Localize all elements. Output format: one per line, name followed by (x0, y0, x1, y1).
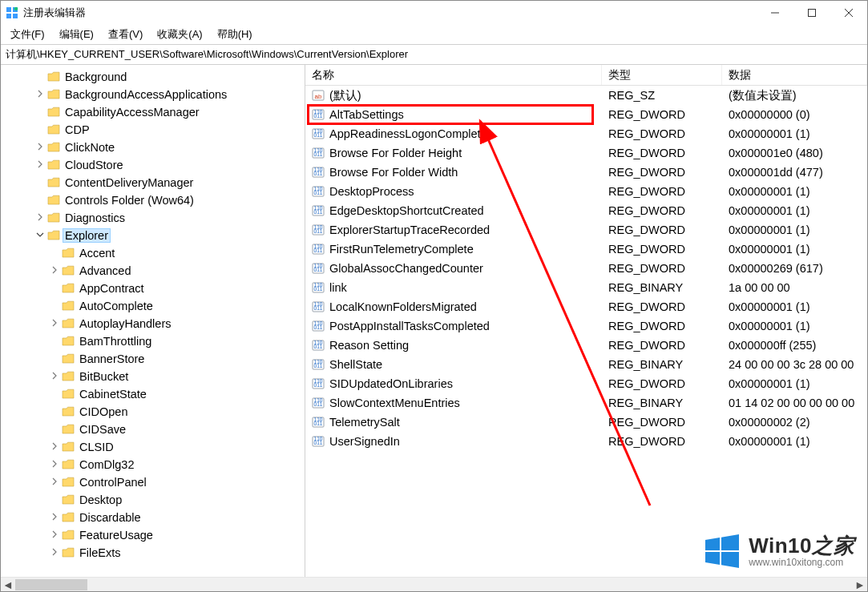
address-bar[interactable]: 计算机\HKEY_CURRENT_USER\Software\Microsoft… (1, 44, 867, 65)
watermark-url: www.win10xitong.com (749, 558, 854, 568)
chevron-right-icon[interactable] (49, 530, 60, 541)
scroll-right-icon[interactable]: ► (853, 578, 867, 592)
tree-horizontal-scrollbar[interactable]: ◄ ► (1, 577, 867, 591)
minimize-button[interactable] (757, 1, 793, 25)
tree-item[interactable]: CLSID (1, 438, 305, 456)
column-name[interactable]: 名称 (305, 65, 602, 85)
scroll-left-icon[interactable]: ◄ (1, 578, 15, 592)
value-row[interactable]: 011110LocalKnownFoldersMigratedREG_DWORD… (305, 297, 867, 316)
tree-item[interactable]: BackgroundAccessApplications (1, 86, 305, 103)
tree-item-label: AutoplayHandlers (78, 317, 172, 330)
value-row[interactable]: 011110ExplorerStartupTraceRecordedREG_DW… (305, 220, 867, 240)
tree-item[interactable]: Controls Folder (Wow64) (1, 191, 305, 209)
scroll-thumb[interactable] (15, 579, 87, 590)
binary-value-icon: 011110 (312, 147, 325, 159)
value-row[interactable]: 011110FirstRunTelemetryCompleteREG_DWORD… (305, 240, 867, 259)
tree-item[interactable]: CIDOpen (1, 403, 305, 421)
column-type[interactable]: 类型 (602, 65, 722, 85)
chevron-right-icon[interactable] (49, 441, 60, 453)
chevron-down-icon[interactable] (34, 230, 46, 241)
chevron-right-icon[interactable] (49, 265, 60, 276)
tree-item[interactable]: ContentDeliveryManager (1, 174, 305, 191)
tree-item[interactable]: Desktop (1, 491, 305, 509)
value-row[interactable]: 011110SIDUpdatedOnLibrariesREG_DWORD0x00… (305, 374, 867, 393)
value-row[interactable]: ab(默认)REG_SZ(数值未设置) (305, 86, 867, 105)
chevron-right-icon[interactable] (34, 142, 46, 153)
tree-item[interactable]: ControlPanel (1, 473, 305, 491)
tree-item[interactable]: Explorer (1, 227, 305, 244)
tree-item[interactable]: CabinetState (1, 385, 305, 403)
tree-item-label: CDP (63, 123, 91, 136)
tree-item[interactable]: CDP (1, 121, 305, 139)
value-row[interactable]: 011110PostAppInstallTasksCompletedREG_DW… (305, 316, 867, 336)
value-row[interactable]: 011110ShellStateREG_BINARY24 00 00 00 3c… (305, 355, 867, 374)
tree-item[interactable]: ComDlg32 (1, 456, 305, 473)
chevron-right-icon[interactable] (34, 212, 46, 224)
value-type: REG_DWORD (602, 127, 722, 140)
chevron-right-icon[interactable] (49, 459, 60, 470)
value-name: Browse For Folder Height (329, 147, 462, 159)
values-pane: 名称 类型 数据 ab(默认)REG_SZ(数值未设置)011110AltTab… (305, 65, 867, 577)
tree-pane[interactable]: BackgroundBackgroundAccessApplicationsCa… (1, 65, 305, 577)
folder-icon (62, 336, 75, 347)
folder-icon (47, 159, 60, 171)
tree-item[interactable]: FileExts (1, 544, 305, 562)
menu-favorites[interactable]: 收藏夹(A) (154, 26, 205, 43)
tree-item[interactable]: Advanced (1, 262, 305, 280)
value-row[interactable]: 011110Browse For Folder HeightREG_DWORD0… (305, 143, 867, 163)
tree-item[interactable]: Background (1, 68, 305, 86)
value-row[interactable]: 011110AltTabSettingsREG_DWORD0x00000000 … (305, 105, 867, 124)
folder-icon (62, 477, 75, 488)
menu-view[interactable]: 查看(V) (105, 26, 146, 43)
value-data: 0x00000002 (2) (722, 416, 867, 429)
chevron-right-icon[interactable] (49, 477, 60, 488)
column-data[interactable]: 数据 (722, 65, 867, 85)
value-row[interactable]: 011110TelemetrySaltREG_DWORD0x00000002 (… (305, 413, 867, 432)
tree-item[interactable]: CloudStore (1, 156, 305, 174)
value-name: FirstRunTelemetryComplete (329, 243, 474, 256)
tree-item[interactable]: BitBucket (1, 368, 305, 385)
value-data: 01 14 02 00 00 00 00 00 (722, 397, 867, 409)
maximize-button[interactable] (793, 1, 830, 25)
value-row[interactable]: 011110UserSignedInREG_DWORD0x00000001 (1… (305, 432, 867, 451)
tree-item[interactable]: AutoComplete (1, 297, 305, 315)
tree-item[interactable]: AutoplayHandlers (1, 315, 305, 332)
value-row[interactable]: 011110linkREG_BINARY1a 00 00 00 (305, 278, 867, 297)
svg-text:011110: 011110 (314, 378, 323, 388)
tree-item[interactable]: Discardable (1, 509, 305, 526)
tree-item[interactable]: AppContract (1, 280, 305, 297)
chevron-right-icon[interactable] (49, 512, 60, 523)
value-row[interactable]: 011110AppReadinessLogonCompleteREG_DWORD… (305, 124, 867, 143)
tree-item[interactable]: CIDSave (1, 421, 305, 438)
chevron-right-icon[interactable] (49, 371, 60, 382)
value-row[interactable]: 011110EdgeDesktopShortcutCreatedREG_DWOR… (305, 201, 867, 220)
value-row[interactable]: 011110GlobalAssocChangedCounterREG_DWORD… (305, 259, 867, 278)
svg-text:011110: 011110 (314, 224, 323, 234)
values-list[interactable]: ab(默认)REG_SZ(数值未设置)011110AltTabSettingsR… (305, 86, 867, 577)
menu-edit[interactable]: 编辑(E) (56, 26, 97, 43)
scroll-track[interactable] (15, 578, 853, 592)
value-row[interactable]: 011110Browse For Folder WidthREG_DWORD0x… (305, 163, 867, 182)
chevron-right-icon[interactable] (34, 159, 46, 171)
value-row[interactable]: 011110SlowContextMenuEntriesREG_BINARY01… (305, 393, 867, 413)
tree-item[interactable]: BamThrottling (1, 332, 305, 350)
tree-item[interactable]: Diagnostics (1, 209, 305, 227)
value-row[interactable]: 011110DesktopProcessREG_DWORD0x00000001 … (305, 182, 867, 201)
tree-item[interactable]: Accent (1, 244, 305, 262)
value-data: 24 00 00 00 3c 28 00 00 (722, 358, 867, 371)
tree-item[interactable]: ClickNote (1, 139, 305, 156)
menu-file[interactable]: 文件(F) (7, 26, 48, 43)
close-button[interactable] (830, 1, 867, 25)
tree-item[interactable]: BannerStore (1, 350, 305, 368)
tree-item[interactable]: CapabilityAccessManager (1, 103, 305, 121)
value-type: REG_DWORD (602, 320, 722, 332)
tree-item[interactable]: FeatureUsage (1, 526, 305, 544)
chevron-right-icon[interactable] (49, 547, 60, 558)
value-name: EdgeDesktopShortcutCreated (329, 204, 484, 217)
tree-item-label: BamThrottling (78, 335, 153, 348)
chevron-right-icon[interactable] (34, 89, 46, 100)
menu-help[interactable]: 帮助(H) (214, 26, 256, 43)
chevron-right-icon[interactable] (49, 318, 60, 329)
value-data: 0x00000001 (1) (722, 204, 867, 217)
value-row[interactable]: 011110Reason SettingREG_DWORD0x000000ff … (305, 336, 867, 355)
